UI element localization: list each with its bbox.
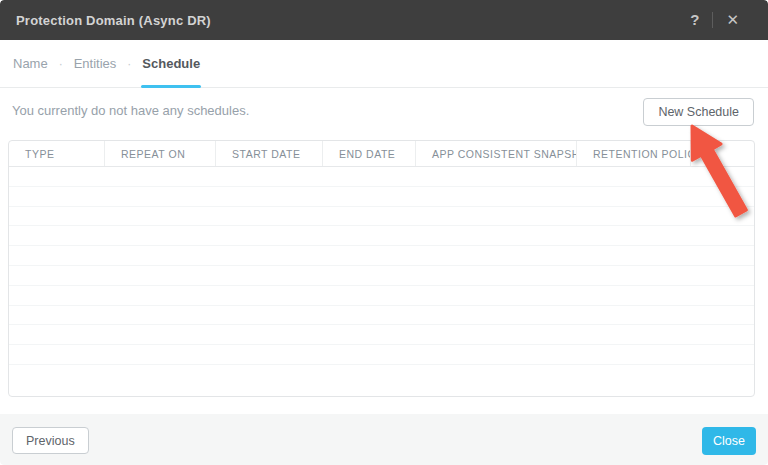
help-icon[interactable]: ? — [677, 0, 712, 40]
dialog-title: Protection Domain (Async DR) — [16, 13, 211, 28]
table-header-row: TYPEREPEAT ONSTART DATEEND DATEAPP CONSI… — [9, 141, 754, 167]
table-row — [9, 207, 754, 227]
new-schedule-button[interactable]: New Schedule — [643, 98, 754, 126]
previous-button[interactable]: Previous — [12, 427, 89, 454]
column-header: RETENTION POLICY — [577, 141, 691, 166]
table-row — [9, 246, 754, 266]
column-header: APP CONSISTENT SNAPSHOT — [416, 141, 577, 166]
tab-schedule[interactable]: Schedule — [141, 40, 201, 88]
table-row — [9, 365, 754, 396]
table-row — [9, 306, 754, 326]
table-row — [9, 345, 754, 365]
wizard-tabbar: Name · Entities · Schedule — [0, 40, 768, 88]
tab-separator-dot: · — [59, 40, 63, 88]
schedules-table: TYPEREPEAT ONSTART DATEEND DATEAPP CONSI… — [8, 140, 755, 397]
dialog-footer: Previous Close — [0, 414, 768, 465]
column-header: REPEAT ON — [105, 141, 216, 166]
close-icon[interactable]: ✕ — [713, 0, 752, 40]
tab-separator-dot: · — [127, 40, 131, 88]
tab-name[interactable]: Name — [12, 40, 49, 88]
column-header: START DATE — [216, 141, 323, 166]
close-button[interactable]: Close — [702, 427, 756, 455]
empty-schedules-message: You currently do not have any schedules. — [12, 103, 249, 118]
table-row — [9, 226, 754, 246]
table-body — [9, 167, 754, 396]
column-header: TYPE — [9, 141, 105, 166]
table-row — [9, 266, 754, 286]
titlebar-actions: ? ✕ — [677, 0, 752, 40]
protection-domain-dialog: Protection Domain (Async DR) ? ✕ Name · … — [0, 0, 768, 465]
tab-entities[interactable]: Entities — [73, 40, 118, 88]
table-row — [9, 325, 754, 345]
table-row — [9, 286, 754, 306]
dialog-titlebar: Protection Domain (Async DR) ? ✕ — [0, 0, 768, 40]
table-row — [9, 167, 754, 187]
column-header: END DATE — [323, 141, 416, 166]
column-header — [691, 141, 754, 166]
table-row — [9, 187, 754, 207]
